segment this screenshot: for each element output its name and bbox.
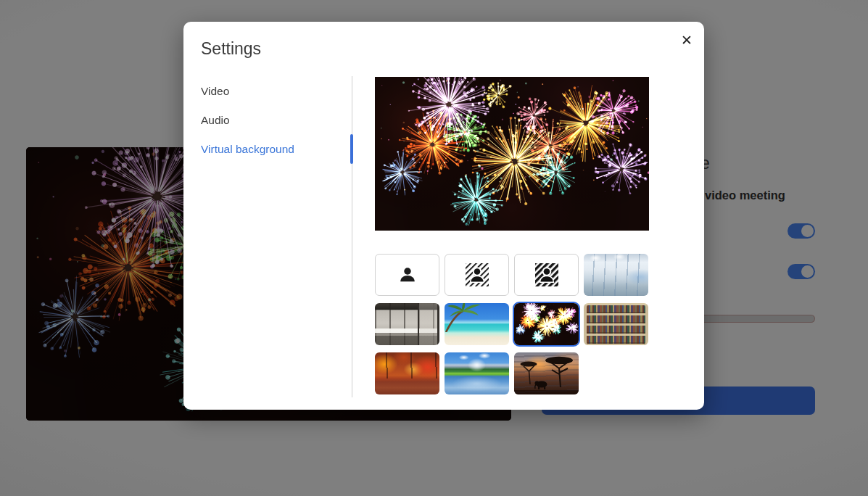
person-hatch-strong-icon	[534, 263, 559, 287]
dialog-title: Settings	[201, 39, 261, 59]
settings-nav: VideoAudioVirtual background	[183, 77, 352, 164]
background-option-savanna[interactable]	[514, 352, 579, 394]
background-option-blur-strong[interactable]	[514, 254, 579, 296]
background-options-grid	[375, 254, 653, 394]
active-nav-indicator	[350, 134, 354, 164]
fireworks-thumbnail	[514, 303, 579, 345]
nav-divider	[352, 76, 352, 397]
background-option-fireworks[interactable]	[514, 303, 579, 345]
close-icon[interactable]: ✕	[675, 29, 698, 52]
settings-nav-virtual-background[interactable]: Virtual background	[183, 135, 352, 164]
settings-nav-audio[interactable]: Audio	[183, 106, 352, 135]
app-window: e video meeting Settings ✕ VideoAudioVir…	[0, 0, 868, 496]
background-option-lake[interactable]	[445, 352, 509, 394]
person-hatch-light-icon	[465, 263, 489, 287]
background-option-none[interactable]	[375, 254, 439, 296]
fireworks-preview-image	[375, 77, 649, 231]
settings-dialog: Settings ✕ VideoAudioVirtual background	[183, 22, 704, 410]
background-preview	[375, 77, 649, 231]
background-option-beach[interactable]	[445, 303, 509, 345]
background-option-office-loft[interactable]	[375, 303, 439, 345]
background-option-blur-light[interactable]	[445, 254, 509, 296]
background-option-autumn[interactable]	[375, 352, 439, 394]
background-option-office-bright[interactable]	[584, 254, 648, 296]
settings-nav-video[interactable]: Video	[183, 77, 352, 106]
person-icon	[397, 264, 418, 286]
background-option-bookshelf[interactable]	[584, 303, 648, 345]
